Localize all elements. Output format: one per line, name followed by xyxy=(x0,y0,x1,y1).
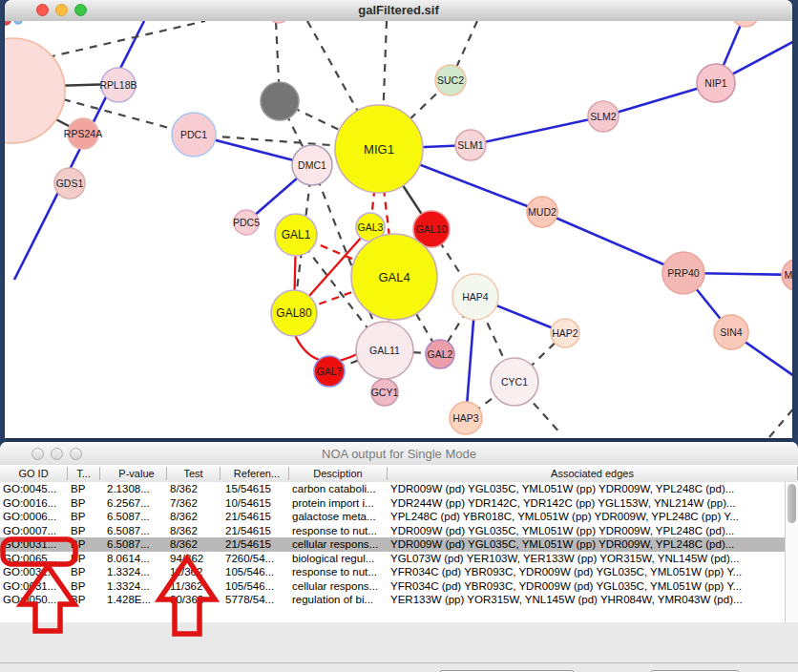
cell: YFR034C (pd) YBR093C, YDR009W (pd) YGL03… xyxy=(388,579,785,593)
column-header-desciption[interactable]: Desciption xyxy=(289,467,388,480)
table-row[interactable]: GO:0031...BP6.5087...8/36221/54615cellul… xyxy=(0,537,785,552)
column-header-t-[interactable]: T... xyxy=(68,467,100,480)
cell: 1.428E... xyxy=(100,593,167,606)
cell: 21/54615 xyxy=(220,510,289,523)
column-header-referen-[interactable]: Referen... xyxy=(220,467,289,480)
cell: 94/362 xyxy=(167,552,220,565)
node-label-GAL4: GAL4 xyxy=(378,270,410,284)
scrollbar-thumb[interactable] xyxy=(788,484,796,523)
cell: BP xyxy=(68,579,100,593)
node-unlabeled[interactable] xyxy=(5,38,65,143)
cell: cellular respons... xyxy=(289,579,388,593)
network-canvas[interactable]: RPL18BRPS24AGDS1PDC1PDC5DMC1SUC2SLM1SLM2… xyxy=(5,21,792,438)
cell: YGL073W (pd) YER103W, YER133W (pp) YOR31… xyxy=(388,552,785,565)
cell: BP xyxy=(68,496,100,510)
cell: GO:0031... xyxy=(0,565,68,578)
cell: BP xyxy=(68,593,100,606)
table-row[interactable]: GO:0065...BP8.0614...94/3627260/54...bio… xyxy=(0,552,785,566)
cell: 1.3324... xyxy=(100,579,167,593)
node-label-GAL2: GAL2 xyxy=(428,348,453,360)
table-row[interactable]: GO:0045...BP2.1308...8/36215/54615carbon… xyxy=(0,482,785,496)
cell: 105/546... xyxy=(220,565,289,578)
cell: 15/54615 xyxy=(220,482,289,495)
edge-dash[interactable] xyxy=(769,401,792,437)
cell: 10/54615 xyxy=(220,496,289,510)
node-unlabeled[interactable] xyxy=(261,82,299,120)
column-header-p-value[interactable]: P-value xyxy=(100,467,167,480)
cell: carbon cataboli... xyxy=(289,482,388,495)
edge-dash[interactable] xyxy=(48,21,205,57)
node-unlabeled[interactable] xyxy=(5,21,10,25)
cell: GO:0031... xyxy=(0,537,68,551)
cell: 6.5087... xyxy=(100,524,167,537)
table-row[interactable]: GO:0031...BP1.3324...11/362105/546...res… xyxy=(0,565,785,579)
column-header-associated-edges[interactable]: Associated edges xyxy=(388,467,798,480)
table-body: GO:0045...BP2.1308...8/36215/54615carbon… xyxy=(0,482,785,607)
vertical-scrollbar[interactable] xyxy=(785,482,798,622)
cell: 8/362 xyxy=(167,537,220,551)
edge-pp[interactable] xyxy=(471,116,603,145)
cell: YDR009W (pd) YGL035C, YML051W (pp) YDR00… xyxy=(388,524,785,537)
node-label-PDC1: PDC1 xyxy=(180,129,207,140)
edge-pp[interactable] xyxy=(542,212,683,273)
node-label-SLM2: SLM2 xyxy=(590,111,617,122)
node-label-RPS24A: RPS24A xyxy=(64,128,102,139)
cell: 8.0614... xyxy=(100,552,167,565)
cell: GO:0065... xyxy=(0,552,68,565)
node-label-GAL1: GAL1 xyxy=(282,228,311,242)
column-header-test[interactable]: Test xyxy=(167,467,220,480)
table-header[interactable]: GO IDT...P-valueTestReferen...Desciption… xyxy=(0,465,798,483)
node-label-PRP40: PRP40 xyxy=(667,267,699,279)
column-header-go-id[interactable]: GO ID xyxy=(0,467,68,480)
cell: YDR244W (pp) YDR142C, YDR142C (pp) YGL15… xyxy=(388,496,785,510)
cell: GO:0007... xyxy=(0,524,68,537)
cell: GO:0016... xyxy=(0,496,68,510)
table-row[interactable]: GO:0050...BP1.428E...80/3625778/54...reg… xyxy=(0,593,785,607)
node-label-HAP3: HAP3 xyxy=(452,412,479,424)
cell: 1.3324... xyxy=(100,565,167,578)
cell: 11/362 xyxy=(167,565,220,578)
node-label-HAP4: HAP4 xyxy=(462,291,489,303)
table-row[interactable]: GO:0016...BP6.2567...7/36210/54615protei… xyxy=(0,496,785,511)
cell: 7/362 xyxy=(167,496,220,510)
node-label-MIG1: MIG1 xyxy=(364,142,394,157)
cell: regulation of bi... xyxy=(289,593,388,606)
cell: YDR009W (pd) YGL035C, YML051W (pp) YDR00… xyxy=(388,482,785,495)
node-unlabeled[interactable] xyxy=(14,21,22,24)
node-label-MUD2: MUD2 xyxy=(528,206,556,218)
cell: 80/362 xyxy=(167,593,220,606)
node-label-SLM1: SLM1 xyxy=(457,139,484,151)
table-area: GO:0045...BP2.1308...8/36215/54615carbon… xyxy=(0,482,798,622)
cell: 8/362 xyxy=(167,482,220,495)
node-unlabeled[interactable] xyxy=(732,21,759,27)
network-graph[interactable]: RPL18BRPS24AGDS1PDC1PDC5DMC1SUC2SLM1SLM2… xyxy=(5,21,792,438)
graph-window-titlebar[interactable]: galFiltered.sif xyxy=(5,0,792,22)
cell: BP xyxy=(68,482,100,495)
node-label-MSN5: MSN5 xyxy=(784,269,792,281)
cell: cellular respons... xyxy=(289,537,388,551)
node-label-GAL10: GAL10 xyxy=(416,223,448,235)
graph-window-title: galFiltered.sif xyxy=(5,3,792,17)
node-label-SIN4: SIN4 xyxy=(720,326,743,338)
button-bar: Save Cancel xyxy=(0,662,798,672)
table-row[interactable]: GO:0031...BP1.3324...11/362105/546...cel… xyxy=(0,579,785,594)
cell: 7260/54... xyxy=(220,552,289,565)
node-label-GAL7: GAL7 xyxy=(317,366,343,377)
table-row[interactable]: GO:0006...BP6.5087...8/36221/54615galact… xyxy=(0,510,785,524)
cell: BP xyxy=(68,524,100,537)
cell: YFR034C (pd) YBR093C, YDR009W (pd) YGL03… xyxy=(388,565,785,578)
noa-window-titlebar[interactable]: NOA output for Single Mode xyxy=(0,442,798,466)
cell: 21/54615 xyxy=(220,524,289,537)
cell: 5778/54... xyxy=(220,593,289,606)
cell: BP xyxy=(68,565,100,578)
node-label-SUC2: SUC2 xyxy=(437,74,464,86)
cell: BP xyxy=(68,552,100,565)
table-row[interactable]: GO:0007...BP6.5087...8/36221/54615respon… xyxy=(0,524,785,538)
node-unlabeled[interactable] xyxy=(267,21,290,23)
cell: response to nut... xyxy=(289,524,388,537)
cell: GO:0050... xyxy=(0,593,68,606)
desktop: { "top_window": { "title": "galFiltered.… xyxy=(0,0,798,672)
node-label-RPL18B: RPL18B xyxy=(99,79,136,91)
cell: GO:0045... xyxy=(0,482,68,495)
cell: biological regul... xyxy=(289,552,388,565)
